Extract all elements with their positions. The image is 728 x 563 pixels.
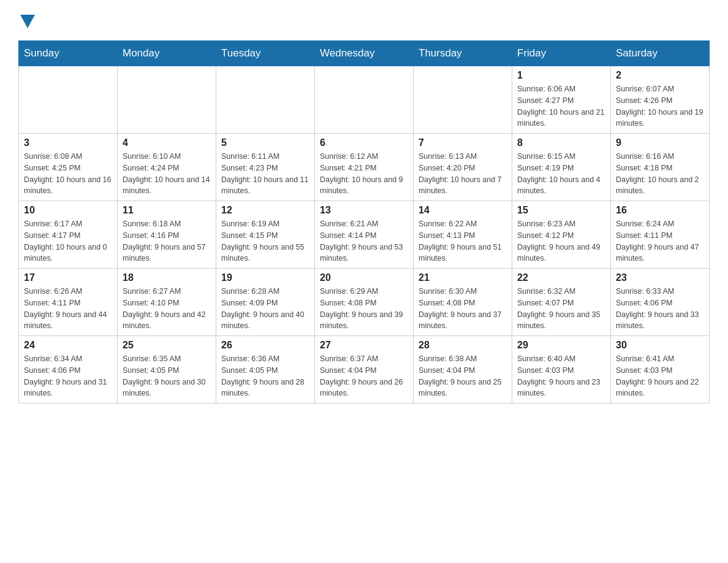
calendar-cell: 3Sunrise: 6:08 AMSunset: 4:25 PMDaylight… xyxy=(19,134,118,201)
day-info: Sunrise: 6:17 AMSunset: 4:17 PMDaylight:… xyxy=(24,218,112,264)
calendar-cell: 15Sunrise: 6:23 AMSunset: 4:12 PMDayligh… xyxy=(512,201,611,269)
weekday-header-tuesday: Tuesday xyxy=(216,41,315,66)
day-number: 20 xyxy=(320,272,408,283)
logo-triangle-icon xyxy=(20,15,35,28)
calendar-table: SundayMondayTuesdayWednesdayThursdayFrid… xyxy=(18,40,710,404)
day-info: Sunrise: 6:34 AMSunset: 4:06 PMDaylight:… xyxy=(24,353,112,399)
day-number: 2 xyxy=(616,70,704,81)
weekday-header-wednesday: Wednesday xyxy=(315,41,414,66)
calendar-cell: 2Sunrise: 6:07 AMSunset: 4:26 PMDaylight… xyxy=(611,66,710,134)
day-info: Sunrise: 6:26 AMSunset: 4:11 PMDaylight:… xyxy=(24,286,112,332)
calendar-cell: 17Sunrise: 6:26 AMSunset: 4:11 PMDayligh… xyxy=(19,269,118,336)
day-info: Sunrise: 6:38 AMSunset: 4:04 PMDaylight:… xyxy=(419,353,507,399)
day-info: Sunrise: 6:08 AMSunset: 4:25 PMDaylight:… xyxy=(24,151,112,197)
day-number: 1 xyxy=(517,70,605,81)
weekday-header-friday: Friday xyxy=(512,41,611,66)
calendar-cell: 29Sunrise: 6:40 AMSunset: 4:03 PMDayligh… xyxy=(512,336,611,404)
logo xyxy=(18,12,35,28)
day-number: 11 xyxy=(123,205,211,216)
calendar-cell: 23Sunrise: 6:33 AMSunset: 4:06 PMDayligh… xyxy=(611,269,710,336)
weekday-header-monday: Monday xyxy=(118,41,216,66)
day-number: 6 xyxy=(320,137,408,148)
calendar-cell: 24Sunrise: 6:34 AMSunset: 4:06 PMDayligh… xyxy=(19,336,118,404)
weekday-header-thursday: Thursday xyxy=(414,41,512,66)
day-info: Sunrise: 6:18 AMSunset: 4:16 PMDaylight:… xyxy=(123,218,211,264)
calendar-cell: 18Sunrise: 6:27 AMSunset: 4:10 PMDayligh… xyxy=(118,269,216,336)
calendar-cell: 20Sunrise: 6:29 AMSunset: 4:08 PMDayligh… xyxy=(315,269,414,336)
calendar-cell: 22Sunrise: 6:32 AMSunset: 4:07 PMDayligh… xyxy=(512,269,611,336)
day-info: Sunrise: 6:33 AMSunset: 4:06 PMDaylight:… xyxy=(616,286,704,332)
day-info: Sunrise: 6:23 AMSunset: 4:12 PMDaylight:… xyxy=(517,218,605,264)
weekday-header-row: SundayMondayTuesdayWednesdayThursdayFrid… xyxy=(19,41,710,66)
calendar-cell xyxy=(315,66,414,134)
calendar-cell: 7Sunrise: 6:13 AMSunset: 4:20 PMDaylight… xyxy=(414,134,512,201)
calendar-cell xyxy=(19,66,118,134)
day-number: 17 xyxy=(24,272,112,283)
day-number: 4 xyxy=(123,137,211,148)
day-number: 7 xyxy=(419,137,507,148)
calendar-cell: 28Sunrise: 6:38 AMSunset: 4:04 PMDayligh… xyxy=(414,336,512,404)
day-info: Sunrise: 6:07 AMSunset: 4:26 PMDaylight:… xyxy=(616,83,704,129)
calendar-cell: 11Sunrise: 6:18 AMSunset: 4:16 PMDayligh… xyxy=(118,201,216,269)
day-info: Sunrise: 6:24 AMSunset: 4:11 PMDaylight:… xyxy=(616,218,704,264)
calendar-cell: 6Sunrise: 6:12 AMSunset: 4:21 PMDaylight… xyxy=(315,134,414,201)
day-info: Sunrise: 6:06 AMSunset: 4:27 PMDaylight:… xyxy=(517,83,605,129)
day-number: 22 xyxy=(517,272,605,283)
day-info: Sunrise: 6:29 AMSunset: 4:08 PMDaylight:… xyxy=(320,286,408,332)
day-info: Sunrise: 6:10 AMSunset: 4:24 PMDaylight:… xyxy=(123,151,211,197)
day-info: Sunrise: 6:37 AMSunset: 4:04 PMDaylight:… xyxy=(320,353,408,399)
week-row-2: 3Sunrise: 6:08 AMSunset: 4:25 PMDaylight… xyxy=(19,134,710,201)
day-info: Sunrise: 6:12 AMSunset: 4:21 PMDaylight:… xyxy=(320,151,408,197)
day-number: 25 xyxy=(123,340,211,351)
day-number: 3 xyxy=(24,137,112,148)
calendar-cell: 26Sunrise: 6:36 AMSunset: 4:05 PMDayligh… xyxy=(216,336,315,404)
week-row-1: 1Sunrise: 6:06 AMSunset: 4:27 PMDaylight… xyxy=(19,66,710,134)
page-header xyxy=(18,12,710,28)
calendar-cell: 4Sunrise: 6:10 AMSunset: 4:24 PMDaylight… xyxy=(118,134,216,201)
weekday-header-saturday: Saturday xyxy=(611,41,710,66)
day-number: 30 xyxy=(616,340,704,351)
day-number: 19 xyxy=(221,272,309,283)
calendar-cell: 16Sunrise: 6:24 AMSunset: 4:11 PMDayligh… xyxy=(611,201,710,269)
week-row-3: 10Sunrise: 6:17 AMSunset: 4:17 PMDayligh… xyxy=(19,201,710,269)
day-number: 18 xyxy=(123,272,211,283)
calendar-cell: 5Sunrise: 6:11 AMSunset: 4:23 PMDaylight… xyxy=(216,134,315,201)
calendar-cell: 19Sunrise: 6:28 AMSunset: 4:09 PMDayligh… xyxy=(216,269,315,336)
calendar-cell: 30Sunrise: 6:41 AMSunset: 4:03 PMDayligh… xyxy=(611,336,710,404)
day-number: 28 xyxy=(419,340,507,351)
day-number: 21 xyxy=(419,272,507,283)
day-info: Sunrise: 6:21 AMSunset: 4:14 PMDaylight:… xyxy=(320,218,408,264)
day-info: Sunrise: 6:19 AMSunset: 4:15 PMDaylight:… xyxy=(221,218,309,264)
day-number: 12 xyxy=(221,205,309,216)
day-number: 26 xyxy=(221,340,309,351)
day-info: Sunrise: 6:36 AMSunset: 4:05 PMDaylight:… xyxy=(221,353,309,399)
calendar-cell: 12Sunrise: 6:19 AMSunset: 4:15 PMDayligh… xyxy=(216,201,315,269)
day-number: 8 xyxy=(517,137,605,148)
day-info: Sunrise: 6:32 AMSunset: 4:07 PMDaylight:… xyxy=(517,286,605,332)
day-number: 5 xyxy=(221,137,309,148)
day-number: 15 xyxy=(517,205,605,216)
day-number: 27 xyxy=(320,340,408,351)
calendar-cell: 27Sunrise: 6:37 AMSunset: 4:04 PMDayligh… xyxy=(315,336,414,404)
calendar-cell xyxy=(216,66,315,134)
day-number: 23 xyxy=(616,272,704,283)
day-number: 10 xyxy=(24,205,112,216)
calendar-cell xyxy=(118,66,216,134)
calendar-cell xyxy=(414,66,512,134)
calendar-cell: 21Sunrise: 6:30 AMSunset: 4:08 PMDayligh… xyxy=(414,269,512,336)
day-number: 9 xyxy=(616,137,704,148)
day-info: Sunrise: 6:16 AMSunset: 4:18 PMDaylight:… xyxy=(616,151,704,197)
calendar-cell: 1Sunrise: 6:06 AMSunset: 4:27 PMDaylight… xyxy=(512,66,611,134)
day-number: 13 xyxy=(320,205,408,216)
calendar-cell: 14Sunrise: 6:22 AMSunset: 4:13 PMDayligh… xyxy=(414,201,512,269)
calendar-cell: 25Sunrise: 6:35 AMSunset: 4:05 PMDayligh… xyxy=(118,336,216,404)
calendar-cell: 9Sunrise: 6:16 AMSunset: 4:18 PMDaylight… xyxy=(611,134,710,201)
week-row-5: 24Sunrise: 6:34 AMSunset: 4:06 PMDayligh… xyxy=(19,336,710,404)
calendar-cell: 10Sunrise: 6:17 AMSunset: 4:17 PMDayligh… xyxy=(19,201,118,269)
day-number: 14 xyxy=(419,205,507,216)
day-number: 24 xyxy=(24,340,112,351)
day-number: 29 xyxy=(517,340,605,351)
day-info: Sunrise: 6:11 AMSunset: 4:23 PMDaylight:… xyxy=(221,151,309,197)
day-info: Sunrise: 6:40 AMSunset: 4:03 PMDaylight:… xyxy=(517,353,605,399)
weekday-header-sunday: Sunday xyxy=(19,41,118,66)
